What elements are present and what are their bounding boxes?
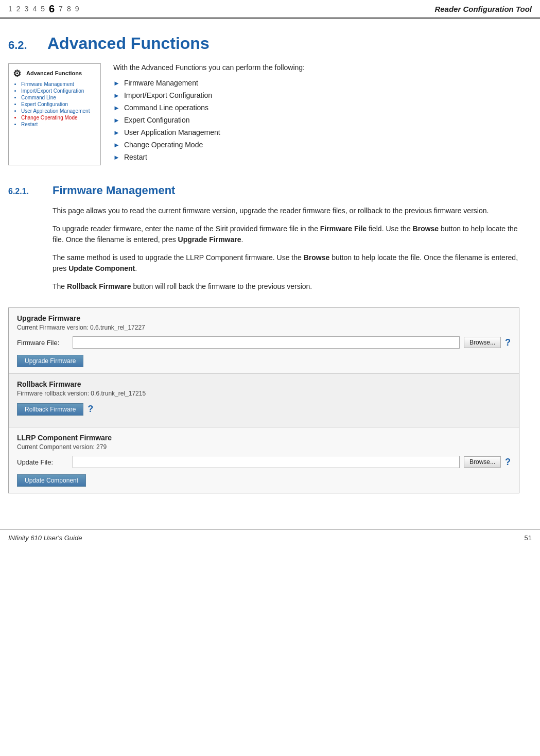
nav-page-2[interactable]: 2 bbox=[16, 5, 21, 13]
nav-item-expert[interactable]: Expert Configuration bbox=[21, 101, 96, 107]
firmware-file-input[interactable] bbox=[73, 336, 460, 349]
rollback-button-row: Rollback Firmware ? bbox=[17, 402, 511, 416]
firmware-file-label: Firmware File: bbox=[17, 339, 68, 347]
para-3: The same method is used to upgrade the L… bbox=[53, 252, 519, 274]
page-footer: INfinity 610 User's Guide 51 bbox=[0, 529, 540, 546]
intro-paragraph: With the Advanced Functions you can perf… bbox=[113, 63, 305, 72]
llrp-browse-button[interactable]: Browse... bbox=[464, 456, 501, 468]
arrow-icon-2: ► bbox=[113, 92, 120, 99]
firmware-browse-button[interactable]: Browse... bbox=[464, 337, 501, 348]
firmware-ui-box: Upgrade Firmware Current Firmware versio… bbox=[8, 307, 519, 493]
section-number: 6.2. bbox=[8, 39, 39, 52]
arrow-icon-7: ► bbox=[113, 153, 120, 161]
feature-label-6: Change Operating Mode bbox=[124, 141, 203, 149]
nav-item-restart[interactable]: Restart bbox=[21, 122, 96, 127]
rollback-firmware-section: Rollback Firmware Firmware rollback vers… bbox=[9, 374, 519, 427]
rollback-firmware-button[interactable]: Rollback Firmware bbox=[17, 403, 83, 416]
llrp-file-input[interactable] bbox=[73, 456, 460, 468]
feature-firmware: ► Firmware Management bbox=[113, 79, 305, 87]
subsection-heading: 6.2.1. Firmware Management bbox=[8, 184, 519, 197]
feature-label-3: Command Line operations bbox=[124, 104, 208, 112]
nav-page-7[interactable]: 7 bbox=[59, 5, 63, 13]
footer-page-number: 51 bbox=[525, 534, 532, 542]
intro-area: ⚙ Advanced Functions Firmware Management… bbox=[8, 63, 519, 165]
upgrade-firmware-version: Current Firmware version: 0.6.trunk_rel_… bbox=[17, 324, 511, 331]
llrp-file-help-icon[interactable]: ? bbox=[505, 457, 511, 468]
nav-page-3[interactable]: 3 bbox=[25, 5, 29, 13]
nav-page-6-active[interactable]: 6 bbox=[49, 3, 55, 15]
feature-userapplication: ► User Application Management bbox=[113, 128, 305, 136]
arrow-icon-5: ► bbox=[113, 129, 120, 136]
feature-label-4: Expert Configuration bbox=[124, 116, 190, 124]
rollback-firmware-version: Firmware rollback version: 0.6.trunk_rel… bbox=[17, 390, 511, 397]
feature-label-2: Import/Export Configuration bbox=[124, 91, 212, 99]
section-title: Advanced Functions bbox=[47, 34, 210, 53]
nav-page-1[interactable]: 1 bbox=[8, 5, 12, 13]
nav-item-userapplication[interactable]: User Application Management bbox=[21, 108, 96, 114]
para-1: This page allows you to read the current… bbox=[53, 205, 519, 216]
nav-box-header: ⚙ Advanced Functions bbox=[13, 68, 96, 78]
firmware-file-row: Firmware File: Browse... ? bbox=[17, 336, 511, 349]
nav-page-5[interactable]: 5 bbox=[41, 5, 45, 13]
arrow-icon-3: ► bbox=[113, 104, 120, 112]
footer-left: INfinity 610 User's Guide bbox=[8, 534, 82, 542]
feature-changemode: ► Change Operating Mode bbox=[113, 141, 305, 149]
para-2: To upgrade reader firmware, enter the na… bbox=[53, 224, 519, 245]
feature-label-7: Restart bbox=[124, 153, 147, 161]
app-title: Reader Configuration Tool bbox=[434, 5, 532, 13]
nav-page-4[interactable]: 4 bbox=[32, 5, 37, 13]
subsection-title: Firmware Management bbox=[53, 184, 175, 197]
nav-item-importexport[interactable]: Import/Export Configuration bbox=[21, 88, 96, 94]
feature-label-1: Firmware Management bbox=[124, 79, 198, 87]
nav-page-9[interactable]: 9 bbox=[75, 5, 79, 13]
nav-item-firmware[interactable]: Firmware Management bbox=[21, 81, 96, 87]
nav-box-title: Advanced Functions bbox=[26, 70, 82, 76]
arrow-icon-4: ► bbox=[113, 116, 120, 124]
feature-commandline: ► Command Line operations bbox=[113, 104, 305, 112]
upgrade-firmware-button[interactable]: Upgrade Firmware bbox=[17, 355, 83, 367]
main-content: 6.2. Advanced Functions ⚙ Advanced Funct… bbox=[0, 19, 540, 509]
page-navigation[interactable]: 1 2 3 4 5 6 7 8 9 bbox=[8, 3, 79, 15]
nav-item-changemode[interactable]: Change Operating Mode bbox=[21, 115, 96, 121]
feature-label-5: User Application Management bbox=[124, 128, 220, 136]
llrp-file-row: Update File: Browse... ? bbox=[17, 456, 511, 468]
feature-importexport: ► Import/Export Configuration bbox=[113, 91, 305, 99]
page-header: 1 2 3 4 5 6 7 8 9 Reader Configuration T… bbox=[0, 0, 540, 19]
llrp-file-label: Update File: bbox=[17, 458, 68, 466]
arrow-icon-1: ► bbox=[113, 79, 120, 87]
feature-expert: ► Expert Configuration bbox=[113, 116, 305, 124]
llrp-firmware-section: LLRP Component Firmware Current Componen… bbox=[9, 427, 519, 493]
firmware-file-help-icon[interactable]: ? bbox=[505, 337, 511, 348]
feature-list: ► Firmware Management ► Import/Export Co… bbox=[113, 79, 305, 161]
update-component-button[interactable]: Update Component bbox=[17, 474, 86, 487]
feature-restart: ► Restart bbox=[113, 153, 305, 161]
llrp-firmware-title: LLRP Component Firmware bbox=[17, 434, 511, 442]
llrp-firmware-version: Current Component version: 279 bbox=[17, 443, 511, 451]
nav-item-commandline[interactable]: Command Line bbox=[21, 95, 96, 100]
subsection-621: 6.2.1. Firmware Management This page all… bbox=[8, 184, 519, 292]
rollback-firmware-title: Rollback Firmware bbox=[17, 380, 511, 388]
advanced-functions-icon: ⚙ bbox=[13, 68, 23, 78]
arrow-icon-6: ► bbox=[113, 141, 120, 149]
subsection-number: 6.2.1. bbox=[8, 187, 44, 196]
nav-box-list: Firmware Management Import/Export Config… bbox=[13, 81, 96, 127]
nav-box: ⚙ Advanced Functions Firmware Management… bbox=[8, 63, 101, 165]
intro-text-area: With the Advanced Functions you can perf… bbox=[113, 63, 305, 165]
section-heading: 6.2. Advanced Functions bbox=[8, 34, 519, 53]
nav-page-8[interactable]: 8 bbox=[67, 5, 71, 13]
upgrade-firmware-section: Upgrade Firmware Current Firmware versio… bbox=[9, 308, 519, 374]
para-4: The Rollback Firmware button will roll b… bbox=[53, 281, 519, 292]
upgrade-firmware-title: Upgrade Firmware bbox=[17, 314, 511, 322]
rollback-help-icon[interactable]: ? bbox=[88, 404, 93, 415]
